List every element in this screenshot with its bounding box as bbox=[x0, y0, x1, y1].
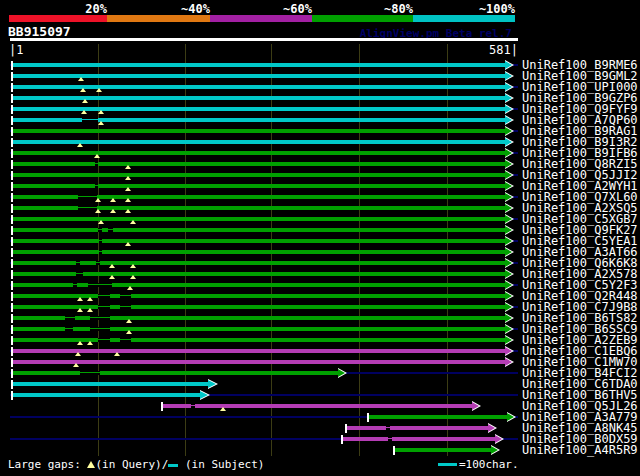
alignment-bar[interactable] bbox=[13, 228, 505, 232]
query-gap-marker bbox=[126, 330, 132, 334]
alignment-bar[interactable] bbox=[13, 63, 505, 67]
arrowhead-icon bbox=[505, 149, 512, 157]
alignment-bar[interactable] bbox=[345, 426, 488, 430]
arrowhead-icon bbox=[505, 116, 512, 124]
query-gap-marker bbox=[109, 275, 115, 279]
alignment-bar[interactable] bbox=[13, 371, 338, 375]
start-tick bbox=[11, 347, 13, 356]
scale-label: 20% bbox=[55, 2, 107, 16]
alignment-bar[interactable] bbox=[13, 261, 505, 265]
start-tick bbox=[11, 83, 13, 92]
start-tick bbox=[11, 61, 13, 70]
subject-gap-segment bbox=[108, 228, 113, 232]
subject-gap-dash-icon bbox=[168, 464, 178, 467]
arrowhead-icon bbox=[505, 182, 512, 190]
start-tick bbox=[11, 182, 13, 191]
query-gap-marker bbox=[125, 176, 131, 180]
arrowhead-icon bbox=[505, 248, 512, 256]
scale-segment bbox=[312, 15, 413, 22]
query-gap-marker bbox=[130, 275, 136, 279]
query-gap-marker bbox=[126, 319, 132, 323]
arrowhead-icon bbox=[505, 61, 512, 69]
start-tick bbox=[11, 204, 13, 213]
subject-gap-segment bbox=[388, 437, 392, 441]
subject-gap-line bbox=[120, 295, 131, 296]
arrowhead-icon bbox=[338, 369, 345, 377]
start-tick bbox=[11, 149, 13, 158]
start-tick bbox=[11, 193, 13, 202]
alignment-bar[interactable] bbox=[367, 415, 507, 419]
alignment-bar[interactable] bbox=[13, 316, 505, 320]
arrowhead-icon bbox=[505, 314, 512, 322]
arrowhead-icon bbox=[495, 435, 502, 443]
query-gap-marker bbox=[77, 143, 83, 147]
alignment-bar[interactable] bbox=[13, 250, 505, 254]
arrowhead-icon bbox=[505, 259, 512, 267]
query-gap-marker bbox=[87, 297, 93, 301]
start-tick bbox=[11, 270, 13, 279]
start-tick bbox=[11, 391, 13, 400]
legend-query-label: (in Query)/ bbox=[95, 458, 168, 471]
subject-gap-segment bbox=[98, 305, 110, 309]
subject-gap-line bbox=[76, 262, 80, 263]
alignment-bar[interactable] bbox=[13, 129, 505, 133]
alignment-bar[interactable] bbox=[13, 283, 505, 287]
query-gap-marker bbox=[82, 99, 88, 103]
subject-gap-line bbox=[95, 185, 98, 186]
ruler-bar bbox=[10, 38, 518, 41]
alignment-bar[interactable] bbox=[13, 184, 505, 188]
alignment-bar[interactable] bbox=[341, 437, 495, 441]
start-tick bbox=[393, 446, 395, 455]
alignment-bar[interactable] bbox=[13, 382, 208, 386]
ruler-end-label: 581| bbox=[398, 43, 518, 57]
subject-gap-segment bbox=[76, 272, 83, 276]
alignment-bar[interactable] bbox=[13, 173, 505, 177]
query-gap-marker bbox=[125, 198, 131, 202]
alignment-bar[interactable] bbox=[13, 74, 505, 78]
alignment-bar[interactable] bbox=[13, 162, 505, 166]
alignment-bar[interactable] bbox=[13, 85, 505, 89]
subject-gap-line bbox=[98, 306, 110, 307]
arrowhead-icon bbox=[505, 281, 512, 289]
subject-gap-line bbox=[386, 427, 390, 428]
alignment-bar[interactable] bbox=[13, 151, 505, 155]
subject-gap-line bbox=[99, 251, 102, 252]
row-label[interactable]: UniRef100_A4R5R9 bbox=[522, 445, 640, 456]
query-gap-marker bbox=[125, 165, 131, 169]
alignment-bar[interactable] bbox=[13, 140, 505, 144]
query-gap-marker bbox=[87, 308, 93, 312]
scale-label: ~40% bbox=[158, 2, 210, 16]
alignment-bar[interactable] bbox=[13, 360, 505, 364]
arrowhead-icon bbox=[505, 347, 512, 355]
subject-gap-segment bbox=[98, 338, 110, 342]
start-tick bbox=[11, 215, 13, 224]
subject-gap-line bbox=[98, 295, 110, 296]
query-gap-marker bbox=[125, 209, 131, 213]
alignment-bar[interactable] bbox=[13, 217, 505, 221]
start-tick bbox=[11, 94, 13, 103]
alignment-bar[interactable] bbox=[393, 448, 491, 452]
subject-gap-segment bbox=[76, 261, 80, 265]
start-tick bbox=[11, 259, 13, 268]
alignment-bar[interactable] bbox=[13, 349, 505, 353]
start-tick bbox=[11, 226, 13, 235]
legend: Large gaps: (in Query)/ (in Subject) bbox=[8, 458, 264, 472]
alignment-bar[interactable] bbox=[13, 393, 200, 397]
legend-prefix: Large gaps: bbox=[8, 458, 87, 471]
alignment-bar[interactable] bbox=[13, 327, 505, 331]
query-gap-marker bbox=[80, 88, 86, 92]
arrowhead-icon bbox=[507, 413, 514, 421]
arrowhead-icon bbox=[505, 138, 512, 146]
alignment-bar[interactable] bbox=[13, 239, 505, 243]
arrowhead-icon bbox=[505, 336, 512, 344]
subject-gap-segment bbox=[191, 404, 195, 408]
start-tick bbox=[11, 314, 13, 323]
subject-gap-segment bbox=[90, 316, 110, 320]
start-tick bbox=[11, 358, 13, 367]
alignment-bar[interactable] bbox=[161, 404, 472, 408]
alignment-bar[interactable] bbox=[13, 272, 505, 276]
start-tick bbox=[11, 248, 13, 257]
query-gap-marker bbox=[94, 154, 100, 158]
scale-segment bbox=[107, 15, 210, 22]
subject-gap-segment bbox=[80, 371, 100, 375]
